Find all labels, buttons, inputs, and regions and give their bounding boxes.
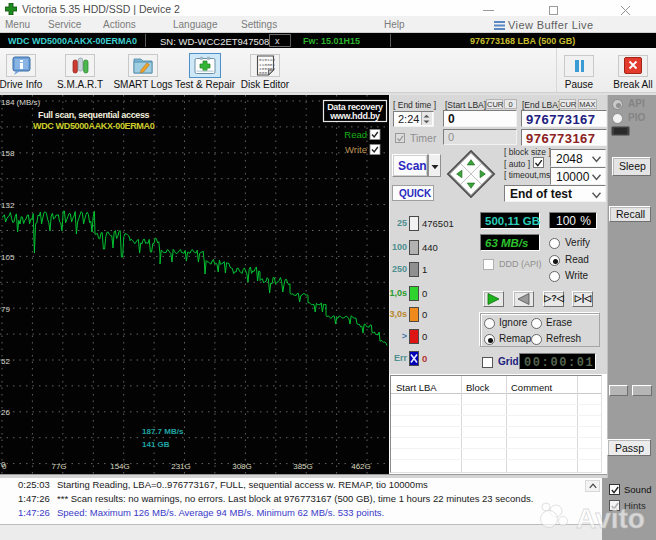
svg-text:141 GB: 141 GB <box>142 440 170 449</box>
svg-text:462G: 462G <box>351 462 371 471</box>
svg-text:110001: 110001 <box>259 63 275 67</box>
svg-text:79: 79 <box>1 305 10 314</box>
svg-text:105: 105 <box>1 253 15 262</box>
svg-text:158: 158 <box>1 149 15 158</box>
svg-text:184 (MB/s): 184 (MB/s) <box>1 98 40 107</box>
svg-text:154G: 154G <box>110 462 130 471</box>
svg-text:187.7 MB/s: 187.7 MB/s <box>142 427 184 436</box>
svg-text:0001: 0001 <box>259 71 270 75</box>
svg-text:26: 26 <box>1 408 10 417</box>
svg-text:77G: 77G <box>51 462 66 471</box>
svg-text:132: 132 <box>1 201 15 210</box>
svg-text:Avito: Avito <box>576 503 645 534</box>
svg-text:Full scan, sequential access: Full scan, sequential access <box>38 110 150 120</box>
svg-text:WDC WD5000AAKX-00ERMA0: WDC WD5000AAKX-00ERMA0 <box>33 121 155 131</box>
svg-text:www.hdd.by: www.hdd.by <box>329 111 380 121</box>
svg-text:385G: 385G <box>293 462 313 471</box>
svg-text:Write: Write <box>345 144 367 155</box>
svg-text:52: 52 <box>1 357 10 366</box>
svg-text:231G: 231G <box>171 462 191 471</box>
svg-text:Read: Read <box>344 129 367 140</box>
svg-text:Data recovery: Data recovery <box>327 102 383 112</box>
svg-text:0: 0 <box>2 462 7 471</box>
svg-text:308G: 308G <box>232 462 252 471</box>
svg-text:010110: 010110 <box>259 58 275 62</box>
